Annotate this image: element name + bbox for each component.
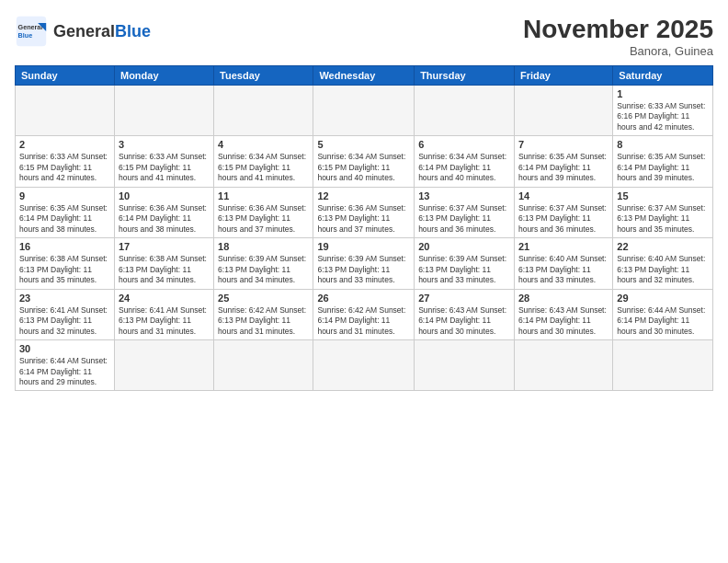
- day-info: Sunrise: 6:34 AM Sunset: 6:15 PM Dayligh…: [317, 152, 410, 183]
- day-info: Sunrise: 6:43 AM Sunset: 6:14 PM Dayligh…: [418, 305, 510, 337]
- calendar-cell: 4Sunrise: 6:34 AM Sunset: 6:15 PM Daylig…: [214, 136, 313, 187]
- day-number: 29: [617, 293, 709, 304]
- calendar-cell: 20Sunrise: 6:39 AM Sunset: 6:13 PM Dayli…: [415, 238, 515, 289]
- calendar-cell: 19Sunrise: 6:39 AM Sunset: 6:13 PM Dayli…: [313, 238, 415, 289]
- day-info: Sunrise: 6:33 AM Sunset: 6:16 PM Dayligh…: [617, 101, 709, 132]
- day-number: 7: [518, 139, 609, 150]
- day-number: 21: [518, 241, 609, 252]
- logo-general: General: [53, 22, 115, 40]
- day-number: 13: [418, 190, 510, 201]
- calendar-cell: [514, 340, 612, 391]
- day-info: Sunrise: 6:38 AM Sunset: 6:13 PM Dayligh…: [119, 254, 210, 285]
- calendar-cell: 26Sunrise: 6:42 AM Sunset: 6:14 PM Dayli…: [313, 289, 415, 339]
- calendar-cell: 21Sunrise: 6:40 AM Sunset: 6:13 PM Dayli…: [514, 238, 612, 289]
- day-info: Sunrise: 6:33 AM Sunset: 6:15 PM Dayligh…: [119, 152, 210, 183]
- day-number: 24: [119, 293, 210, 304]
- location: Banora, Guinea: [523, 44, 713, 58]
- calendar-week-1: 2Sunrise: 6:33 AM Sunset: 6:15 PM Daylig…: [16, 136, 713, 187]
- calendar-cell: 5Sunrise: 6:34 AM Sunset: 6:15 PM Daylig…: [313, 136, 415, 187]
- calendar-header-row: SundayMondayTuesdayWednesdayThursdayFrid…: [16, 66, 713, 86]
- calendar-cell: [415, 86, 515, 136]
- calendar-cell: 15Sunrise: 6:37 AM Sunset: 6:13 PM Dayli…: [613, 187, 713, 237]
- calendar-cell: 23Sunrise: 6:41 AM Sunset: 6:13 PM Dayli…: [16, 289, 115, 339]
- day-number: 2: [19, 139, 110, 150]
- day-info: Sunrise: 6:43 AM Sunset: 6:14 PM Dayligh…: [518, 305, 609, 337]
- day-info: Sunrise: 6:39 AM Sunset: 6:13 PM Dayligh…: [418, 254, 510, 285]
- calendar-week-0: 1Sunrise: 6:33 AM Sunset: 6:16 PM Daylig…: [16, 86, 713, 136]
- title-area: November 2025 Banora, Guinea: [523, 15, 713, 58]
- calendar-week-2: 9Sunrise: 6:35 AM Sunset: 6:14 PM Daylig…: [16, 187, 713, 237]
- day-info: Sunrise: 6:36 AM Sunset: 6:14 PM Dayligh…: [119, 203, 210, 235]
- day-info: Sunrise: 6:42 AM Sunset: 6:14 PM Dayligh…: [317, 305, 410, 337]
- day-info: Sunrise: 6:33 AM Sunset: 6:15 PM Dayligh…: [19, 152, 110, 183]
- weekday-header-monday: Monday: [114, 66, 213, 86]
- day-info: Sunrise: 6:40 AM Sunset: 6:13 PM Dayligh…: [518, 254, 609, 285]
- day-info: Sunrise: 6:37 AM Sunset: 6:13 PM Dayligh…: [418, 203, 510, 235]
- day-number: 23: [19, 293, 110, 304]
- day-number: 28: [518, 293, 609, 304]
- day-number: 26: [317, 293, 410, 304]
- day-number: 3: [119, 139, 210, 150]
- day-info: Sunrise: 6:36 AM Sunset: 6:13 PM Dayligh…: [218, 203, 309, 235]
- day-number: 10: [119, 190, 210, 201]
- day-number: 17: [119, 241, 210, 252]
- calendar-cell: [214, 340, 313, 391]
- calendar-cell: 14Sunrise: 6:37 AM Sunset: 6:13 PM Dayli…: [514, 187, 612, 237]
- day-info: Sunrise: 6:42 AM Sunset: 6:13 PM Dayligh…: [218, 305, 309, 337]
- day-info: Sunrise: 6:41 AM Sunset: 6:13 PM Dayligh…: [19, 305, 110, 337]
- calendar-cell: 25Sunrise: 6:42 AM Sunset: 6:13 PM Dayli…: [214, 289, 313, 339]
- calendar-cell: 18Sunrise: 6:39 AM Sunset: 6:13 PM Dayli…: [214, 238, 313, 289]
- calendar-cell: 12Sunrise: 6:36 AM Sunset: 6:13 PM Dayli…: [313, 187, 415, 237]
- day-number: 4: [218, 139, 309, 150]
- day-info: Sunrise: 6:39 AM Sunset: 6:13 PM Dayligh…: [317, 254, 410, 285]
- day-number: 30: [19, 343, 110, 354]
- month-title: November 2025: [523, 15, 713, 44]
- day-number: 5: [317, 139, 410, 150]
- weekday-header-wednesday: Wednesday: [313, 66, 415, 86]
- day-number: 27: [418, 293, 510, 304]
- calendar-cell: [16, 86, 115, 136]
- calendar-cell: 17Sunrise: 6:38 AM Sunset: 6:13 PM Dayli…: [114, 238, 213, 289]
- calendar-week-5: 30Sunrise: 6:44 AM Sunset: 6:14 PM Dayli…: [16, 340, 713, 391]
- calendar-cell: 2Sunrise: 6:33 AM Sunset: 6:15 PM Daylig…: [16, 136, 115, 187]
- day-number: 16: [19, 241, 110, 252]
- day-info: Sunrise: 6:34 AM Sunset: 6:14 PM Dayligh…: [418, 152, 510, 183]
- calendar-week-3: 16Sunrise: 6:38 AM Sunset: 6:13 PM Dayli…: [16, 238, 713, 289]
- day-number: 1: [617, 88, 709, 99]
- day-number: 15: [617, 190, 709, 201]
- calendar-cell: 3Sunrise: 6:33 AM Sunset: 6:15 PM Daylig…: [114, 136, 213, 187]
- logo-icon: General Blue: [15, 15, 48, 48]
- day-info: Sunrise: 6:34 AM Sunset: 6:15 PM Dayligh…: [218, 152, 309, 183]
- day-number: 12: [317, 190, 410, 201]
- day-info: Sunrise: 6:44 AM Sunset: 6:14 PM Dayligh…: [617, 305, 709, 337]
- calendar-cell: [613, 340, 713, 391]
- calendar-cell: 30Sunrise: 6:44 AM Sunset: 6:14 PM Dayli…: [16, 340, 115, 391]
- day-number: 18: [218, 241, 309, 252]
- page: General Blue GeneralBlue November 2025 B…: [0, 0, 728, 563]
- calendar-cell: 11Sunrise: 6:36 AM Sunset: 6:13 PM Dayli…: [214, 187, 313, 237]
- weekday-header-tuesday: Tuesday: [214, 66, 313, 86]
- calendar-cell: 10Sunrise: 6:36 AM Sunset: 6:14 PM Dayli…: [114, 187, 213, 237]
- calendar: SundayMondayTuesdayWednesdayThursdayFrid…: [15, 65, 713, 391]
- calendar-cell: 7Sunrise: 6:35 AM Sunset: 6:14 PM Daylig…: [514, 136, 612, 187]
- day-info: Sunrise: 6:35 AM Sunset: 6:14 PM Dayligh…: [617, 152, 709, 183]
- day-info: Sunrise: 6:37 AM Sunset: 6:13 PM Dayligh…: [617, 203, 709, 235]
- weekday-header-thursday: Thursday: [415, 66, 515, 86]
- calendar-cell: 13Sunrise: 6:37 AM Sunset: 6:13 PM Dayli…: [415, 187, 515, 237]
- weekday-header-friday: Friday: [514, 66, 612, 86]
- day-info: Sunrise: 6:39 AM Sunset: 6:13 PM Dayligh…: [218, 254, 309, 285]
- day-number: 14: [518, 190, 609, 201]
- calendar-cell: [313, 86, 415, 136]
- calendar-cell: 28Sunrise: 6:43 AM Sunset: 6:14 PM Dayli…: [514, 289, 612, 339]
- weekday-header-saturday: Saturday: [613, 66, 713, 86]
- calendar-cell: [114, 340, 213, 391]
- calendar-cell: 22Sunrise: 6:40 AM Sunset: 6:13 PM Dayli…: [613, 238, 713, 289]
- logo-blue: Blue: [115, 22, 151, 40]
- weekday-header-sunday: Sunday: [16, 66, 115, 86]
- calendar-cell: 16Sunrise: 6:38 AM Sunset: 6:13 PM Dayli…: [16, 238, 115, 289]
- logo-text: GeneralBlue: [53, 23, 151, 40]
- day-number: 11: [218, 190, 309, 201]
- day-info: Sunrise: 6:37 AM Sunset: 6:13 PM Dayligh…: [518, 203, 609, 235]
- day-number: 9: [19, 190, 110, 201]
- day-info: Sunrise: 6:35 AM Sunset: 6:14 PM Dayligh…: [518, 152, 609, 183]
